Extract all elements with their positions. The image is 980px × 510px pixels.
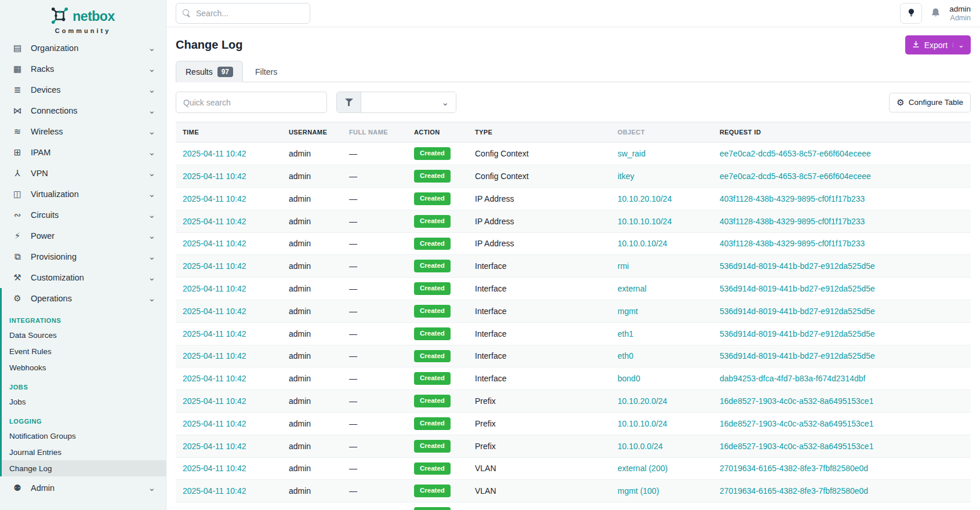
sidebar-sections: INTEGRATIONS Data Sources Event Rules We… (2, 309, 166, 476)
quick-search-input[interactable] (176, 92, 327, 113)
sidebar-item-operations[interactable]: ⚙ Operations ⌄ (2, 288, 166, 309)
time-link[interactable]: 2025-04-11 10:42 (183, 374, 246, 383)
notifications-button[interactable] (930, 7, 941, 20)
request-id-link[interactable]: 27019634-6165-4382-8fe3-7fbf82580e0d (720, 486, 868, 496)
column-header-action[interactable]: ACTION (407, 122, 468, 143)
time-link[interactable]: 2025-04-11 10:42 (183, 217, 246, 226)
column-header-request-id[interactable]: REQUEST ID (713, 122, 971, 143)
request-id-link[interactable]: 536d914d-8019-441b-bd27-e912da525d5e (720, 351, 875, 360)
object-link[interactable]: external (200) (618, 464, 667, 473)
column-header-username[interactable]: USERNAME (282, 122, 342, 143)
request-id-link[interactable]: ee7e0ca2-dcd5-4653-8c57-e66f604eceee (720, 149, 871, 158)
sidebar-item-connections[interactable]: ⋈ Connections ⌄ (0, 100, 166, 121)
object-link[interactable]: mgmt (100) (618, 486, 659, 496)
sidebar-item-virtualization[interactable]: ◫ Virtualization ⌄ (0, 184, 166, 205)
cell-object: 10.10.0.10/24 (611, 232, 713, 255)
object-link[interactable]: mgmt (618, 307, 638, 316)
object-link[interactable]: sw_raid (618, 149, 645, 158)
cell-type: VLAN (468, 457, 611, 480)
cell-object: 10.10.20.0/24 (611, 390, 713, 413)
cell-action: Created (407, 367, 468, 390)
time-link[interactable]: 2025-04-11 10:42 (183, 419, 246, 428)
cell-action: Created (407, 210, 468, 232)
time-link[interactable]: 2025-04-11 10:42 (183, 194, 246, 203)
saved-filter-select[interactable]: ⌄ (361, 92, 456, 112)
sidebar-item-admin[interactable]: ⚉ Admin ⌄ (0, 478, 166, 498)
column-header-type[interactable]: TYPE (468, 122, 611, 143)
racks-icon: ▦ (12, 64, 23, 74)
request-id-link[interactable]: dab94253-dfca-4fd7-b83a-f674d2314dbf (720, 374, 865, 383)
object-link[interactable]: eth1 (618, 329, 633, 338)
request-id-link[interactable]: 16de8527-1903-4c0c-a532-8a6495153ce1 (720, 396, 873, 406)
time-link[interactable]: 2025-04-11 10:42 (183, 239, 246, 248)
time-link[interactable]: 2025-04-11 10:42 (183, 307, 246, 316)
object-link[interactable]: 10.10.20.0/24 (618, 396, 667, 406)
sidebar-item-racks[interactable]: ▦ Racks ⌄ (0, 59, 166, 79)
sidebar-item-journal-entries[interactable]: Journal Entries (2, 444, 166, 460)
sidebar-item-webhooks[interactable]: Webhooks (2, 359, 166, 376)
sidebar-item-change-log[interactable]: Change Log (2, 460, 166, 476)
time-link[interactable]: 2025-04-11 10:42 (183, 261, 246, 271)
sidebar-item-vpn[interactable]: ⅄ VPN ⌄ (0, 163, 166, 184)
brand-subtitle: Community (0, 27, 166, 34)
sidebar-item-customization[interactable]: ⚒ Customization ⌄ (0, 267, 166, 288)
request-id-link[interactable]: 403f1128-438b-4329-9895-cf0f1f17b233 (720, 194, 865, 203)
request-id-link[interactable]: 16de8527-1903-4c0c-a532-8a6495153ce1 (720, 442, 873, 451)
sidebar-item-organization[interactable]: ▤ Organization ⌄ (0, 38, 166, 59)
object-link[interactable]: 10.10.0.0/24 (618, 442, 663, 451)
request-id-link[interactable]: ee7e0ca2-dcd5-4653-8c57-e66f604eceee (720, 172, 871, 181)
global-search-input[interactable] (196, 9, 303, 18)
object-link[interactable]: 10.10.20.10/24 (618, 194, 672, 203)
user-role-label: Admin (949, 14, 971, 22)
time-link[interactable]: 2025-04-11 10:42 (183, 149, 246, 158)
sidebar-item-jobs[interactable]: Jobs (2, 394, 166, 410)
request-id-link[interactable]: 536d914d-8019-441b-bd27-e912da525d5e (720, 307, 875, 316)
time-link[interactable]: 2025-04-11 10:42 (183, 351, 246, 360)
cell-full-name: — (342, 143, 407, 165)
object-link[interactable]: 10.10.10.0/24 (618, 419, 667, 428)
user-menu[interactable]: admin Admin (949, 5, 971, 22)
object-link[interactable]: eth0 (618, 351, 633, 360)
cell-full-name: — (342, 322, 407, 345)
tab-results[interactable]: Results 97 (176, 61, 243, 82)
column-header-time[interactable]: TIME (176, 122, 282, 143)
object-link[interactable]: 10.10.10.10/24 (618, 217, 672, 226)
object-link[interactable]: itkey (618, 172, 634, 181)
sidebar-item-data-sources[interactable]: Data Sources (2, 327, 166, 343)
sidebar-item-provisioning[interactable]: ⧉ Provisioning ⌄ (0, 246, 166, 267)
table-row: 2025-04-11 10:42 admin — Created Prefix … (176, 412, 971, 435)
object-link[interactable]: external (618, 284, 647, 293)
filter-button[interactable] (337, 92, 361, 112)
sidebar-item-circuits[interactable]: ∾ Circuits ⌄ (0, 205, 166, 225)
theme-toggle-button[interactable] (900, 3, 922, 24)
time-link[interactable]: 2025-04-11 10:42 (183, 486, 246, 496)
provisioning-icon: ⧉ (12, 252, 23, 262)
brand[interactable]: netbox Community (0, 0, 166, 38)
request-id-link[interactable]: 403f1128-438b-4329-9895-cf0f1f17b233 (720, 239, 865, 248)
time-link[interactable]: 2025-04-11 10:42 (183, 464, 246, 473)
time-link[interactable]: 2025-04-11 10:42 (183, 284, 246, 293)
time-link[interactable]: 2025-04-11 10:42 (183, 442, 246, 451)
tab-filters[interactable]: Filters (245, 61, 287, 82)
sidebar-item-event-rules[interactable]: Event Rules (2, 343, 166, 359)
export-button[interactable]: Export ⌄ (905, 35, 971, 54)
request-id-link[interactable]: 536d914d-8019-441b-bd27-e912da525d5e (720, 261, 875, 271)
request-id-link[interactable]: 27019634-6165-4382-8fe3-7fbf82580e0d (720, 464, 868, 473)
time-link[interactable]: 2025-04-11 10:42 (183, 396, 246, 406)
request-id-link[interactable]: 536d914d-8019-441b-bd27-e912da525d5e (720, 329, 875, 338)
object-link[interactable]: bond0 (618, 374, 640, 383)
time-link[interactable]: 2025-04-11 10:42 (183, 172, 246, 181)
request-id-link[interactable]: 536d914d-8019-441b-bd27-e912da525d5e (720, 284, 875, 293)
request-id-link[interactable]: 403f1128-438b-4329-9895-cf0f1f17b233 (720, 217, 865, 226)
sidebar-item-notification-groups[interactable]: Notification Groups (2, 428, 166, 444)
time-link[interactable]: 2025-04-11 10:42 (183, 329, 246, 338)
sidebar-item-wireless[interactable]: ≋ Wireless ⌄ (0, 121, 166, 142)
sidebar-item-power[interactable]: ⚡ Power ⌄ (0, 225, 166, 246)
sidebar-item-devices[interactable]: ≣ Devices ⌄ (0, 79, 166, 100)
object-link[interactable]: rmi (618, 261, 629, 271)
sidebar-item-ipam[interactable]: ⊞ IPAM ⌄ (0, 142, 166, 163)
object-link[interactable]: 10.10.0.10/24 (618, 239, 667, 248)
request-id-link[interactable]: 16de8527-1903-4c0c-a532-8a6495153ce1 (720, 419, 873, 428)
cell-full-name: — (342, 165, 407, 188)
configure-table-button[interactable]: ⚙ Configure Table (889, 93, 971, 112)
